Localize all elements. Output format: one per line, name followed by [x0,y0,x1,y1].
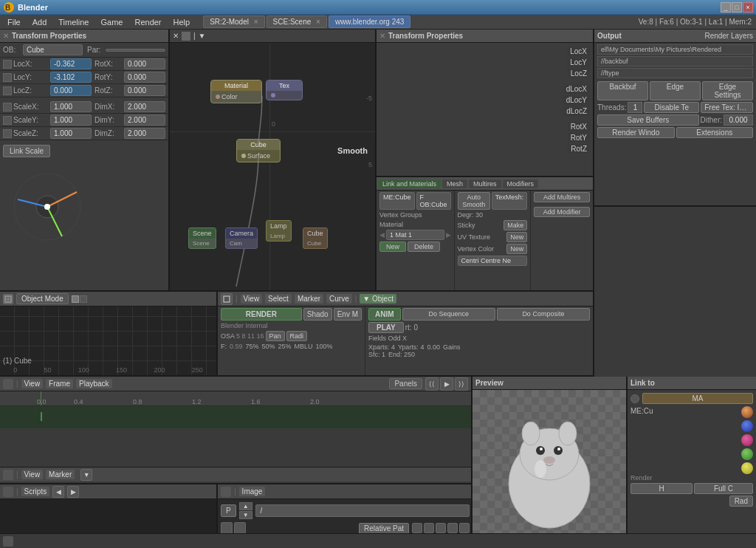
img-icon1[interactable] [436,523,446,533]
rad-btn[interactable]: Rad [729,496,753,507]
delete-btn[interactable]: Delete [408,242,440,252]
auto-smooth-btn[interactable]: Auto Smooth [458,192,490,210]
tab-sr2-model[interactable]: SR:2-Model × [203,16,264,28]
mat-slot-5[interactable] [741,462,753,474]
make-btn[interactable]: Make [504,220,527,230]
curve-label[interactable]: Curve [326,294,352,304]
anim-btn[interactable]: ANIM [368,308,401,321]
object-label[interactable]: ▼ Object [360,294,396,304]
maximize-btn[interactable]: □ [732,2,742,13]
image-label[interactable]: Image [239,487,266,496]
loc-z-btn[interactable] [3,86,12,95]
marker-label2[interactable]: Marker [46,470,75,479]
dim-y-value[interactable]: 2.000 [124,114,165,126]
scale-z-value[interactable]: 1.000 [50,128,92,139]
render-btn[interactable]: RENDER [221,308,302,321]
lm-tab-mesh[interactable]: Mesh [442,179,467,188]
dloc-z-axis[interactable]: dLocZ [563,106,590,116]
scale-x-btn[interactable] [3,103,12,112]
mat1[interactable]: 1 Mat 1 [386,230,444,240]
play-btn[interactable]: PLAY [368,322,404,333]
select-label[interactable]: Select [265,294,292,304]
tab-sce-scene[interactable]: SCE:Scene × [267,16,327,28]
object-mode-select[interactable]: Object Mode [16,293,69,304]
par-value[interactable] [106,49,165,52]
img-icon2[interactable] [447,523,458,533]
rot-z-axis[interactable]: RotZ [568,144,590,154]
loc-z-value[interactable]: 0.000 [50,85,92,96]
new-btn[interactable]: New [379,242,406,252]
menu-item-timeline[interactable]: Timeline [52,16,94,28]
menu-item-add[interactable]: Add [27,16,53,28]
lm-tab-multires[interactable]: Multires [469,179,501,188]
path1[interactable]: ell\My Documents\My Pictures\Rendered [597,44,753,55]
scale-x-value[interactable]: 1.000 [50,101,92,112]
lm-tab-modifiers[interactable]: Modifiers [503,179,539,188]
add-modifier-btn[interactable]: Add Modifier [534,207,590,217]
loc-x-axis[interactable]: LocX [567,47,590,56]
dim-x-value[interactable]: 2.000 [124,101,165,112]
p-btn[interactable]: P [221,504,236,517]
dloc-y-axis[interactable]: dLocY [563,95,590,105]
scale-y-value[interactable]: 1.000 [50,114,92,126]
dim-z-value[interactable]: 2.000 [124,128,165,139]
loc-x-value[interactable]: -0.362 [50,58,92,69]
scale-y-btn[interactable] [3,116,12,125]
loc-y-value[interactable]: -3.102 [50,72,92,83]
loc-y-axis[interactable]: LocY [567,58,590,67]
shado-btn[interactable]: Shado [303,308,332,321]
playback-label[interactable]: Playback [76,379,112,388]
node-cube2[interactable]: Cube Cube [303,227,328,249]
view-timeline[interactable]: View [21,379,44,388]
path-input[interactable]: / [255,504,470,517]
node-cube[interactable]: Cube Surface [236,139,281,162]
backbuf-btn[interactable]: Backbuf [597,81,648,100]
tl-icon1[interactable]: ⟨⟨ [425,377,439,391]
close-btn[interactable]: × [743,2,753,13]
ob-value[interactable]: Cube [23,44,83,55]
scripts-nav-left[interactable]: ◀ [52,486,64,498]
minimize-btn[interactable]: _ [721,2,731,13]
rot-x-axis[interactable]: RotX [568,122,590,131]
save-buffers-btn[interactable]: Save Buffers [597,114,699,126]
menu-item-render[interactable]: Render [128,16,167,28]
mat-slot-2[interactable] [741,420,753,432]
node-texture[interactable]: Tex [266,80,303,100]
view-label[interactable]: View [241,294,263,304]
scripts-nav-right[interactable]: ▶ [67,486,79,498]
node-lamp[interactable]: Lamp Lamp [266,220,292,242]
link-scale-btn[interactable]: Link Scale [3,145,50,157]
pan-btn[interactable]: Pan [266,331,285,341]
free-tex-btn[interactable]: Free Tex: Imag [701,102,753,113]
env-m-btn[interactable]: Env M [334,308,362,321]
path2[interactable]: //backbuf [597,56,753,66]
rot-y-axis[interactable]: RotY [568,133,590,143]
panels-btn[interactable]: Panels [389,378,422,389]
tex-mesh[interactable]: TexMesh: [492,192,528,210]
ray-btn[interactable]: Radi [286,331,308,341]
add-multires-btn[interactable]: Add Multires [534,192,590,202]
new-btn3[interactable]: New [506,244,527,254]
dloc-x-axis[interactable]: dLocX [563,84,590,94]
render-windo-btn[interactable]: Render Windo [597,127,675,138]
expand-btn[interactable]: ▼ [80,469,92,481]
full-c-btn[interactable]: Full C [694,483,753,494]
img-icon3[interactable] [459,523,470,533]
menu-item-file[interactable]: File [1,16,27,28]
f-ob-cube[interactable]: F OB:Cube [416,192,451,210]
tl-icon2[interactable]: ▶ [440,377,453,391]
disable-te-btn[interactable]: Disable Te [644,102,699,113]
up-arrow[interactable]: ▲ [239,502,252,510]
read-btn[interactable] [412,523,422,533]
do-composite-btn[interactable]: Do Composite [497,308,590,321]
me-cube[interactable]: ME:Cube [379,192,415,210]
loc-x-btn[interactable] [3,60,12,69]
mat-slot-1[interactable] [741,406,753,418]
write-btn[interactable] [424,523,434,533]
h-btn[interactable]: H [630,483,693,494]
view-btn[interactable] [221,293,233,305]
menu-item-game[interactable]: Game [94,16,128,28]
extensions-btn[interactable]: Extensions [676,127,754,138]
view-timeline2[interactable]: View [21,470,44,479]
marker-label[interactable]: Marker [295,294,323,304]
